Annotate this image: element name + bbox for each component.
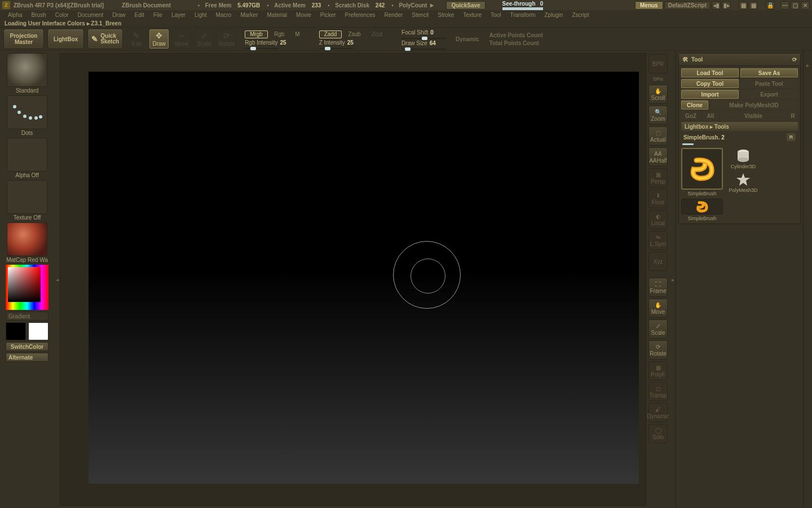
save-as-button[interactable]: Save As [740,68,798,77]
floor-button[interactable]: ⬇Floor [648,189,668,208]
quicksave-button[interactable]: QuickSave [446,1,485,10]
draw-mode-button[interactable]: ✥Draw [149,29,169,49]
goz-button[interactable]: GoZ [681,111,700,120]
switchcolor-button[interactable]: SwitchColor [6,342,48,351]
goz-r-button[interactable]: R [788,111,798,120]
default-zscript-button[interactable]: DefaultZScript [664,1,710,10]
document-name[interactable]: ZBrush Document [122,2,171,8]
tool-thumb-simplebrush-small[interactable]: SimpleBrush [681,199,723,221]
export-button[interactable]: Export [740,90,798,99]
nav-prev-icon[interactable]: ◂▮ [712,1,721,10]
menu-texture[interactable]: Texture [458,10,486,19]
focal-shift-slider[interactable] [401,38,447,39]
projection-master-button[interactable]: Projection Master [3,29,44,49]
menu-draw[interactable]: Draw [108,10,130,19]
draw-size-label[interactable]: Draw Size64 [401,40,447,46]
menu-stroke[interactable]: Stroke [433,10,458,19]
rotate-view-button[interactable]: ⟳Rotate [648,340,668,360]
zadd-toggle[interactable]: Zadd [319,30,342,38]
tool-thumb-cylinder3d[interactable]: Cylinder3D [725,148,761,169]
minimize-icon[interactable]: — [780,1,789,10]
dynamic-label[interactable]: Dynamic [456,36,479,42]
menu-file[interactable]: File [149,10,167,19]
copy-tool-button[interactable]: Copy Tool [681,79,739,88]
menu-macro[interactable]: Macro [211,10,236,19]
left-tray-handle-icon[interactable]: ◂ [56,277,59,283]
brush-swatch[interactable]: Standard [6,53,48,94]
focal-shift-label[interactable]: Focal Shift0 [401,29,447,36]
goz-all-button[interactable]: All [702,111,719,120]
menu-zplugin[interactable]: Zplugin [540,10,568,19]
lock-icon[interactable]: 🔒 [766,1,775,10]
rgb-intensity-label[interactable]: Rgb Intensity25 [245,40,286,46]
move-mode-button[interactable]: ↔Move [171,29,192,49]
aahalf-button[interactable]: AAAAHalf [648,147,668,167]
layout-b-icon[interactable]: ▦ [749,1,758,10]
lightbox-tools-crumb[interactable]: Lightbox ▸ Tools [681,122,798,131]
make-polymesh3d-button[interactable]: Make PolyMesh3D [710,100,798,110]
scale-view-button[interactable]: ⤢Scale [648,319,668,339]
alternate-button[interactable]: Alternate [6,353,48,362]
persp-button[interactable]: ▦Persp [648,168,668,187]
zcut-toggle[interactable]: Zcut [367,30,387,38]
material-swatch[interactable]: MatCap Red Wa [6,222,48,263]
alpha-swatch[interactable]: Alpha Off [6,138,48,178]
menu-stencil[interactable]: Stencil [407,10,433,19]
current-tool-name[interactable]: SimpleBrush. 2 [683,134,725,141]
gradient-button[interactable]: Gradient [6,312,48,321]
stroke-swatch[interactable]: Dots [6,95,48,136]
solo-button[interactable]: ◯Solo [648,424,668,443]
goz-visible-button[interactable]: Visible [721,111,786,120]
menu-layer[interactable]: Layer [167,10,190,19]
scale-mode-button[interactable]: ⤢Scale [194,29,214,49]
actual-button[interactable]: ⬚Actual [648,126,668,146]
menu-brush[interactable]: Brush [27,10,51,19]
z-intensity-slider[interactable] [319,48,353,49]
rgb-toggle[interactable]: Rgb [270,30,289,38]
menu-document[interactable]: Document [73,10,108,19]
edit-mode-button[interactable]: ✎Edit [126,29,147,49]
seethrough-label[interactable]: See-through 0 [502,1,544,10]
frame-button[interactable]: ⛶Frame [648,278,668,297]
tool-thumb-polymesh3d[interactable]: PolyMesh3D [725,172,761,193]
r-chip[interactable]: R [787,133,796,141]
layout-a-icon[interactable]: ▦ [739,1,748,10]
close-icon[interactable]: ✕ [801,1,810,10]
texture-swatch[interactable]: Texture Off [6,180,48,221]
m-toggle[interactable]: M [290,30,304,38]
paste-tool-button[interactable]: Paste Tool [740,79,798,88]
document-viewport[interactable] [60,53,646,506]
move-view-button[interactable]: ✋Move [648,299,668,318]
import-button[interactable]: Import [681,90,739,99]
dynamic-button[interactable]: 🖌Dynamic [648,403,668,422]
menu-tool[interactable]: Tool [486,10,505,19]
refresh-icon[interactable]: ⟳ [792,56,797,63]
polyf-button[interactable]: ▦PolyF [648,361,668,380]
menu-preferences[interactable]: Preferences [341,10,380,19]
lightbox-button[interactable]: LightBox [47,29,84,49]
mrgb-toggle[interactable]: Mrgb [245,30,268,38]
menu-zscript[interactable]: Zscript [567,10,593,19]
scroll-button[interactable]: ✋Scroll [648,85,668,104]
clone-button[interactable]: Clone [681,100,708,110]
zsub-toggle[interactable]: Zsub [343,30,365,38]
menu-marker[interactable]: Marker [236,10,262,19]
menu-color[interactable]: Color [51,10,73,19]
polycount-stat[interactable]: PolyCount▶ [388,2,434,8]
menu-light[interactable]: Light [190,10,211,19]
nav-next-icon[interactable]: ▮▸ [722,1,731,10]
menus-button[interactable]: Menus [635,1,663,10]
maximize-icon[interactable]: ▢ [791,1,800,10]
z-intensity-label[interactable]: Z Intensity25 [319,40,354,46]
menu-render[interactable]: Render [380,10,408,19]
menu-material[interactable]: Material [263,10,292,19]
quick-sketch-button[interactable]: ✎ QuickSketch [87,29,123,49]
xyz-button[interactable]: Xyz [648,252,668,271]
local-button[interactable]: ◐Local [648,210,668,229]
load-tool-button[interactable]: Load Tool [681,68,739,77]
draw-size-slider[interactable] [401,49,447,50]
color-wells[interactable] [6,322,48,340]
rotate-mode-button[interactable]: ⟳Rotate [217,29,237,49]
menu-transform[interactable]: Transform [505,10,540,19]
canvas[interactable] [89,72,639,484]
